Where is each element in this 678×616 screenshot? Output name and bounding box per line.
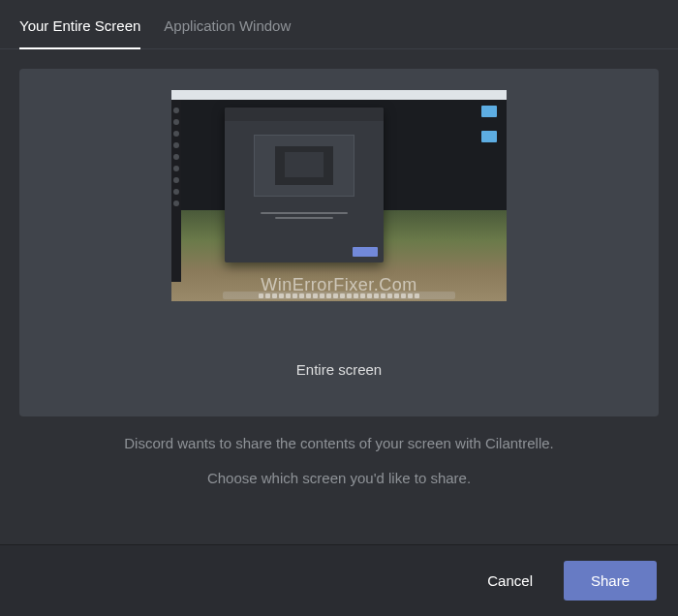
content-area: WinErrorFixer.Com Entire screen Discord … — [0, 49, 678, 515]
description-line-1: Discord wants to share the contents of y… — [58, 426, 620, 461]
dialog-footer: Cancel Share — [0, 544, 678, 616]
screen-option-card[interactable]: WinErrorFixer.Com Entire screen — [19, 69, 659, 416]
tab-application-window[interactable]: Application Window — [164, 17, 291, 48]
tab-entire-screen[interactable]: Your Entire Screen — [19, 17, 140, 49]
screen-thumbnail: WinErrorFixer.Com — [171, 90, 507, 301]
share-button[interactable]: Share — [564, 561, 657, 601]
cancel-button[interactable]: Cancel — [476, 563, 544, 599]
screen-share-tabs: Your Entire Screen Application Window — [0, 0, 678, 49]
description-line-2: Choose which screen you'd like to share. — [58, 461, 620, 496]
share-description: Discord wants to share the contents of y… — [19, 416, 659, 496]
screen-option-label: Entire screen — [296, 361, 382, 378]
